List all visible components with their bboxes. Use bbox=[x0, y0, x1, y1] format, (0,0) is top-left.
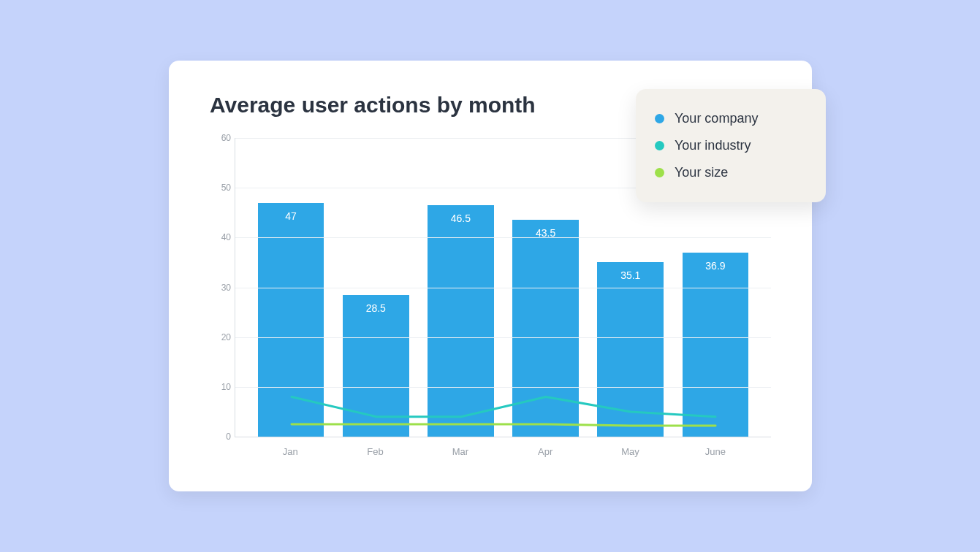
x-tick-label: May bbox=[588, 440, 672, 459]
bar-value-label: 36.9 bbox=[683, 260, 749, 272]
bar-value-label: 46.5 bbox=[428, 212, 494, 224]
bar: 46.5 bbox=[428, 205, 494, 437]
grid-line bbox=[235, 387, 771, 388]
legend-item-company: Your company bbox=[655, 105, 807, 132]
bar: 35.1 bbox=[597, 262, 664, 437]
chart-legend: Your company Your industry Your size bbox=[636, 89, 826, 202]
x-axis-labels: JanFebMarAprMayJune bbox=[235, 440, 771, 459]
bar-value-label: 47 bbox=[258, 210, 324, 222]
bar: 43.5 bbox=[512, 220, 579, 437]
x-tick-label: Mar bbox=[418, 440, 503, 459]
y-tick-label: 30 bbox=[210, 283, 231, 293]
grid-line bbox=[235, 237, 771, 238]
bar: 36.9 bbox=[683, 253, 749, 437]
y-tick-label: 10 bbox=[210, 382, 231, 392]
y-tick-label: 50 bbox=[210, 183, 231, 193]
bar-value-label: 35.1 bbox=[597, 269, 664, 281]
y-tick-label: 40 bbox=[210, 232, 231, 242]
x-tick-label: Apr bbox=[503, 440, 588, 459]
x-tick-label: Jan bbox=[248, 440, 333, 459]
bar-value-label: 28.5 bbox=[343, 302, 409, 314]
legend-dot-size bbox=[655, 168, 664, 177]
legend-dot-industry bbox=[655, 141, 664, 150]
legend-label-size: Your size bbox=[675, 165, 728, 180]
x-tick-label: June bbox=[673, 440, 758, 459]
y-tick-label: 60 bbox=[210, 133, 231, 143]
legend-label-industry: Your industry bbox=[675, 138, 751, 153]
x-tick-label: Feb bbox=[333, 440, 417, 459]
grid-line bbox=[235, 288, 771, 288]
legend-dot-company bbox=[655, 114, 664, 123]
y-tick-label: 0 bbox=[210, 432, 231, 442]
grid-line bbox=[235, 337, 771, 338]
legend-label-company: Your company bbox=[675, 111, 758, 126]
bar: 28.5 bbox=[343, 295, 409, 437]
legend-item-industry: Your industry bbox=[655, 132, 807, 159]
y-tick-label: 20 bbox=[210, 332, 231, 342]
legend-item-size: Your size bbox=[655, 159, 807, 186]
